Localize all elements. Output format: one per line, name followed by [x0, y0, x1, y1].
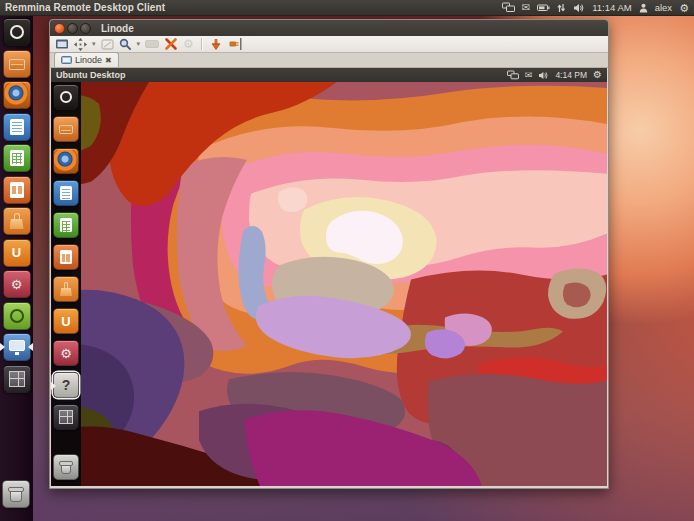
window-minimize-button[interactable] [67, 23, 78, 34]
remote-desktop-viewport[interactable]: Ubuntu Desktop ✉ 4:14 PM ⚙ [50, 68, 608, 488]
remote-network-indicator-icon[interactable] [507, 70, 519, 80]
remote-launcher-item-dash[interactable] [53, 84, 79, 110]
remote-launcher-item-ubuntu-one[interactable]: U [53, 308, 79, 334]
launcher-item-system-settings[interactable]: ⚙ [3, 270, 31, 298]
remmina-window: Linode ▾ ▾ ⚙ Li [49, 19, 609, 489]
remote-clock-indicator[interactable]: 4:14 PM [555, 70, 587, 80]
tab-close-icon[interactable]: ✖ [105, 56, 112, 65]
gear-icon: ⚙ [4, 271, 30, 297]
remote-volume-indicator-icon[interactable] [538, 71, 549, 80]
focused-pip [28, 343, 33, 351]
remote-launcher-item-libreoffice-impress[interactable] [53, 244, 79, 270]
tab-screen-icon [61, 56, 72, 65]
launcher-item-trash[interactable] [2, 480, 30, 508]
remote-active-app-title: Ubuntu Desktop [56, 70, 126, 80]
ubuntu-logo-icon [4, 19, 30, 45]
ubuntu-one-letter: U [4, 240, 30, 266]
remote-session-gear-icon[interactable]: ⚙ [593, 68, 602, 83]
window-maximize-button[interactable] [80, 23, 91, 34]
remote-launcher-item-firefox[interactable] [53, 148, 79, 174]
sync-indicator-icon[interactable] [557, 3, 566, 13]
launcher-item-home-folder[interactable] [3, 50, 31, 78]
volume-indicator-icon[interactable] [573, 3, 585, 13]
fullscreen-button[interactable] [55, 38, 69, 50]
remote-launcher-item-home-folder[interactable] [53, 116, 79, 142]
remote-launcher-item-libreoffice-calc[interactable] [53, 212, 79, 238]
remote-wallpaper [51, 82, 607, 486]
remote-launcher-item-workspace-switcher[interactable] [53, 404, 79, 430]
tab-linode[interactable]: Linode ✖ [54, 52, 119, 67]
remote-messages-indicator-icon[interactable]: ✉ [525, 68, 533, 83]
connection-tabbar: Linode ✖ [50, 53, 608, 68]
remote-launcher-item-system-settings[interactable]: ⚙ [53, 340, 79, 366]
window-close-button[interactable] [54, 23, 65, 34]
grab-keyboard-button[interactable] [145, 40, 159, 48]
launcher-item-firefox[interactable] [3, 81, 31, 109]
network-indicator-icon[interactable] [502, 2, 515, 13]
running-pip [0, 343, 5, 351]
user-menu[interactable]: alex [655, 0, 672, 16]
tab-label: Linode [75, 55, 102, 65]
user-icon [639, 3, 648, 13]
launcher-item-ubuntu-green-app[interactable] [3, 302, 31, 330]
toolbar-separator [201, 38, 202, 50]
question-mark-icon: ? [54, 373, 78, 397]
disconnect-button[interactable] [209, 38, 223, 51]
launcher-item-software-center[interactable] [3, 207, 31, 235]
fit-window-button[interactable] [74, 38, 87, 51]
launcher-item-libreoffice-writer[interactable] [3, 113, 31, 141]
connection-toolbar: ▾ ▾ ⚙ [50, 36, 608, 53]
session-gear-icon[interactable]: ⚙ [679, 0, 689, 16]
battery-indicator-icon[interactable] [537, 4, 550, 12]
remote-launcher-item-software-center[interactable] [53, 276, 79, 302]
messages-indicator-icon[interactable]: ✉ [522, 0, 530, 16]
launcher-item-remmina[interactable] [3, 333, 31, 361]
fit-dropdown-caret[interactable]: ▾ [92, 39, 96, 49]
remote-top-panel: Ubuntu Desktop ✉ 4:14 PM ⚙ [51, 68, 607, 82]
ubuntu-one-letter: U [54, 309, 78, 333]
gear-icon: ⚙ [54, 341, 78, 365]
active-app-title: Remmina Remote Desktop Client [5, 2, 165, 13]
host-top-panel: Remmina Remote Desktop Client ✉ 11:14 AM… [0, 0, 694, 16]
remote-focused-pip [51, 382, 56, 390]
launcher-item-ubuntu-one[interactable]: U [3, 239, 31, 267]
remote-launcher-item-trash[interactable] [53, 454, 79, 480]
launcher-item-libreoffice-calc[interactable] [3, 144, 31, 172]
clock-indicator[interactable]: 11:14 AM [592, 0, 631, 16]
host-launcher: U ⚙ [0, 16, 33, 521]
gears-button[interactable]: ⚙ [183, 37, 194, 51]
remote-launcher: U ⚙ ? [51, 82, 81, 486]
scaled-mode-button[interactable] [101, 39, 114, 50]
launcher-item-dash[interactable] [3, 18, 31, 46]
tools-button[interactable] [164, 37, 178, 51]
zoom-button[interactable] [119, 38, 132, 51]
window-titlebar[interactable]: Linode [50, 20, 608, 36]
plug-button[interactable] [228, 37, 243, 51]
remote-launcher-item-unknown-window[interactable]: ? [53, 372, 79, 398]
remote-launcher-item-libreoffice-writer[interactable] [53, 180, 79, 206]
window-title: Linode [101, 23, 134, 34]
launcher-item-libreoffice-impress[interactable] [3, 176, 31, 204]
zoom-dropdown-caret[interactable]: ▾ [137, 39, 141, 49]
launcher-item-workspace-switcher[interactable] [3, 365, 31, 393]
